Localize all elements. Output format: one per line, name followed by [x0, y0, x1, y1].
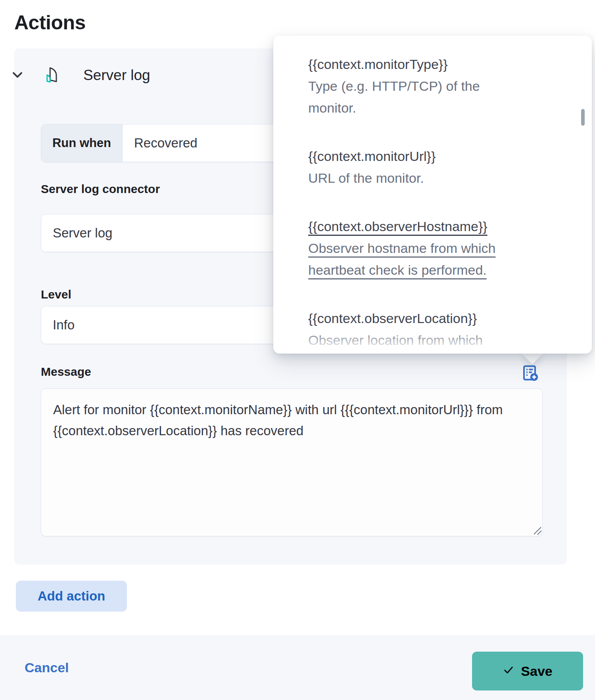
variable-name: {{context.observerHostname}} — [308, 216, 530, 237]
variable-description: Observer hostname from which heartbeat c… — [308, 237, 530, 281]
flyout-footer: Cancel Save — [0, 635, 595, 700]
variables-popover: {{context.monitorType}} Type (e.g. HTTP/… — [273, 36, 592, 354]
add-variable-button[interactable] — [523, 365, 539, 382]
save-button[interactable]: Save — [472, 652, 583, 690]
connector-label: Server log connector — [41, 182, 160, 196]
level-value: Info — [41, 306, 75, 344]
server-log-icon — [42, 66, 61, 85]
add-variable-icon — [523, 377, 539, 383]
message-textarea[interactable]: Alert for monitor {{context.monitorName}… — [41, 388, 543, 536]
variable-option-monitor-url[interactable]: {{context.monitorUrl}} URL of the monito… — [308, 145, 530, 189]
action-accordion-header: Server log — [7, 60, 150, 90]
variable-description: Observer location from which — [308, 329, 530, 351]
check-icon — [503, 664, 514, 679]
popover-scrollbar[interactable] — [581, 109, 585, 126]
variable-option-monitor-type[interactable]: {{context.monitorType}} Type (e.g. HTTP/… — [308, 54, 530, 119]
add-action-button[interactable]: Add action — [16, 581, 127, 612]
chevron-down-icon — [10, 67, 25, 84]
variable-option-observer-hostname[interactable]: {{context.observerHostname}} Observer ho… — [308, 216, 530, 281]
collapse-action-button[interactable] — [7, 65, 28, 86]
run-when-value: Recovered — [123, 124, 198, 162]
variable-description: Type (e.g. HTTP/TCP) of the monitor. — [308, 75, 530, 119]
message-label: Message — [41, 365, 91, 378]
action-title: Server log — [83, 67, 150, 84]
level-label: Level — [41, 288, 71, 301]
variable-option-observer-location[interactable]: {{context.observerLocation}} Observer lo… — [308, 308, 530, 351]
resize-handle-icon[interactable] — [531, 524, 543, 536]
run-when-label: Run when — [41, 124, 123, 162]
page-title: Actions — [14, 11, 86, 34]
variable-name: {{context.monitorUrl}} — [308, 145, 530, 167]
variable-name: {{context.observerLocation}} — [308, 308, 530, 329]
connector-value: Server log — [41, 214, 112, 252]
variable-name: {{context.monitorType}} — [308, 54, 530, 75]
cancel-button[interactable]: Cancel — [25, 635, 69, 700]
variable-description: URL of the monitor. — [308, 167, 530, 189]
save-button-label: Save — [521, 664, 552, 679]
